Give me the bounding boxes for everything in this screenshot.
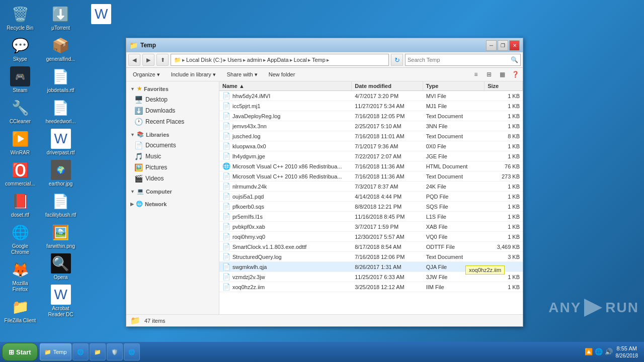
- table-row[interactable]: 📄 xoq0hz2z.iim 3/25/2018 12:12 AM IIM Fi…: [219, 282, 523, 292]
- favorites-header[interactable]: ▼ ★ Favorites: [126, 83, 219, 94]
- file-name-cell[interactable]: 📄 vzmdzj2v.3jw: [219, 272, 352, 282]
- taskbar-app4[interactable]: 🛡️: [107, 343, 123, 360]
- nav-videos[interactable]: 🎬 Videos: [126, 173, 219, 184]
- file-name-cell[interactable]: 📄 pr5emIfs.l1s: [219, 212, 352, 221]
- desktop-icon-heededworld[interactable]: W: [83, 2, 119, 27]
- path-localdisk[interactable]: Local Disk (C:): [186, 57, 222, 63]
- view-toggle-button[interactable]: ⊞: [484, 69, 495, 80]
- desktop-icon-opera[interactable]: 🅾️ commercial...: [2, 158, 38, 189]
- up-button[interactable]: ⬆: [156, 54, 169, 66]
- taskbar-app3[interactable]: 📁: [90, 343, 106, 360]
- desktop-icon-jobdetails[interactable]: W Acrobat Reader DC: [43, 283, 79, 320]
- nav-music[interactable]: 🎵 Music: [126, 151, 219, 162]
- desktop-icon-steam[interactable]: 🎮 Steam: [2, 64, 38, 96]
- desktop-icon-winrar[interactable]: 📦 generalfind...: [43, 33, 79, 64]
- table-row[interactable]: 📄 SmartClock.v1.1.803.exe.odttf 8/17/201…: [219, 242, 523, 252]
- desktop-icon-doset[interactable]: 📄 heededworl...: [43, 96, 79, 127]
- desktop-icon-acrobat[interactable]: 📕 doset.rtf: [2, 189, 38, 220]
- table-row[interactable]: 🌐 Microsoft Visual C++ 2010 x86 Redistri…: [219, 161, 523, 171]
- table-row[interactable]: 📄 pvbkpf0x.xab 3/7/2017 1:59 PM XAB File…: [219, 222, 523, 232]
- table-row[interactable]: 📄 hhw5dy24.iMVI 4/7/2017 3:20 PM MVI Fil…: [219, 91, 523, 101]
- new-folder-button[interactable]: New folder: [264, 69, 300, 79]
- restore-button[interactable]: ❐: [498, 40, 508, 51]
- include-library-button[interactable]: Include in library ▾: [167, 69, 220, 80]
- file-name-cell[interactable]: 📄 jusched.log: [219, 131, 352, 141]
- table-row[interactable]: 📄 icc5pjrt.mj1 11/27/2017 5:34 AM MJ1 Fi…: [219, 101, 523, 111]
- file-name-cell[interactable]: 📄 jemvs43x.3nn: [219, 121, 352, 131]
- file-name-cell[interactable]: 📄 kluopwxa.0x0: [219, 141, 352, 151]
- back-button[interactable]: ◀: [128, 54, 140, 66]
- table-row[interactable]: 📄 Microsoft Visual C++ 2010 x86 Redistri…: [219, 171, 523, 182]
- table-row[interactable]: 📄 lh4ydgvm.jge 7/22/2017 2:07 AM JGE Fil…: [219, 151, 523, 161]
- taskbar-ie-app[interactable]: 🌐: [72, 343, 89, 360]
- file-name-cell[interactable]: 📄 SmartClock.v1.1.803.exe.odttf: [219, 242, 352, 251]
- view-options-button[interactable]: ≡: [470, 69, 481, 80]
- network-tray-icon[interactable]: 🌐: [595, 348, 603, 355]
- taskbar-chrome-app[interactable]: 🌐: [124, 343, 140, 360]
- taskbar-explorer-app[interactable]: 📁 Temp: [40, 343, 71, 360]
- refresh-button[interactable]: ↻: [391, 54, 403, 66]
- table-row[interactable]: 📄 roqi0hmy.vq0 12/30/2017 5:57 AM VQ0 Fi…: [219, 232, 523, 242]
- address-path[interactable]: 📁 ▸ Local Disk (C:) ▸ Users ▸ admin ▸ Ap…: [171, 54, 389, 66]
- file-name-cell[interactable]: 📄 pfkoerb0.sqs: [219, 202, 352, 211]
- table-row[interactable]: 📄 oujsi5a1.pqd 4/14/2018 4:44 PM PQD Fil…: [219, 192, 523, 202]
- file-name-cell[interactable]: 📄 oujsi5a1.pqd: [219, 192, 352, 201]
- file-name-cell[interactable]: 📄 swgmkwlh.qja: [219, 262, 352, 272]
- file-name-cell[interactable]: 📄 JavaDeployReg.log: [219, 111, 352, 121]
- desktop-icon-commercial[interactable]: 📄 jobdetails.rtf: [43, 64, 79, 96]
- details-pane-button[interactable]: ▦: [497, 69, 508, 80]
- file-name-cell[interactable]: 📄 hhw5dy24.iMVI: [219, 91, 352, 101]
- minimize-button[interactable]: ─: [486, 40, 497, 51]
- search-input[interactable]: [408, 57, 511, 63]
- table-row[interactable]: 📄 nlrmumdv.24k 7/3/2017 8:37 AM 24K File…: [219, 182, 523, 192]
- computer-header[interactable]: ▼ 💻 Computer: [126, 186, 219, 197]
- table-row[interactable]: 📄 kluopwxa.0x0 7/1/2017 9:36 AM 0X0 File…: [219, 141, 523, 151]
- column-header-size[interactable]: Size: [485, 81, 523, 90]
- nav-pictures[interactable]: 🖼️ Pictures: [126, 162, 219, 173]
- nav-desktop[interactable]: 🖥️ Desktop: [126, 94, 219, 105]
- close-button[interactable]: ✕: [509, 40, 520, 51]
- start-button[interactable]: ⊞ Start: [2, 343, 38, 361]
- volume-tray-icon[interactable]: 🔊: [605, 348, 613, 355]
- forward-button[interactable]: ▶: [142, 54, 154, 66]
- organize-button[interactable]: Organize ▾: [128, 69, 165, 80]
- path-admin[interactable]: admin: [247, 57, 262, 63]
- table-row[interactable]: 📄 StructuredQuery.log 7/16/2018 12:06 PM…: [219, 252, 523, 262]
- file-name-cell[interactable]: 📄 Microsoft Visual C++ 2010 x86 Redistri…: [219, 171, 352, 181]
- table-row[interactable]: 📄 JavaDeployReg.log 7/16/2018 12:05 PM T…: [219, 111, 523, 121]
- column-header-date[interactable]: Date modified: [352, 81, 423, 90]
- network-header[interactable]: ▶ 🌐 Network: [126, 199, 219, 209]
- help-button[interactable]: ❓: [510, 69, 521, 80]
- share-with-button[interactable]: Share with ▾: [222, 69, 262, 80]
- path-temp[interactable]: Temp: [312, 57, 326, 63]
- desktop-icon-recycle-bin[interactable]: 🗑️ Recycle Bin: [2, 2, 38, 33]
- desktop-icon-skype[interactable]: 💬 Skype: [2, 33, 38, 64]
- path-local[interactable]: Local: [294, 57, 307, 63]
- table-row[interactable]: 📄 jemvs43x.3nn 2/25/2017 5:10 AM 3NN Fil…: [219, 121, 523, 131]
- desktop-icon-farwithin[interactable]: 🖼️ farwithin.png: [43, 220, 79, 251]
- path-users[interactable]: Users: [227, 57, 242, 63]
- search-box[interactable]: 🔍: [405, 54, 521, 66]
- file-name-cell[interactable]: 🌐 Microsoft Visual C++ 2010 x86 Redistri…: [219, 161, 352, 171]
- file-name-cell[interactable]: 📄 icc5pjrt.mj1: [219, 101, 352, 111]
- column-header-type[interactable]: Type: [423, 81, 485, 90]
- nav-downloads[interactable]: ⬇️ Downloads: [126, 105, 219, 116]
- desktop-icon-chrome[interactable]: 🌐 Google Chrome: [2, 220, 38, 257]
- column-header-name[interactable]: Name ▲: [219, 81, 352, 90]
- path-appdata[interactable]: AppData: [267, 57, 289, 63]
- desktop-icon-earth[interactable]: 🌍 earthor.jpg: [43, 158, 79, 189]
- table-row[interactable]: 📄 jusched.log 7/16/2018 11:01 AM Text Do…: [219, 131, 523, 141]
- libraries-header[interactable]: ▼ 📚 Libraries: [126, 129, 219, 140]
- tray-icon-1[interactable]: 🔼: [585, 348, 593, 355]
- table-row[interactable]: 📄 pr5emIfs.l1s 11/16/2018 8:45 PM L1S Fi…: [219, 212, 523, 222]
- file-name-cell[interactable]: 📄 StructuredQuery.log: [219, 252, 352, 261]
- desktop-icon-generalfind[interactable]: 🔍 Opera: [43, 251, 79, 283]
- file-name-cell[interactable]: 📄 pvbkpf0x.xab: [219, 222, 352, 231]
- desktop-icon-facilitybush[interactable]: 📄 facilitybush.rtf: [43, 189, 79, 220]
- file-name-cell[interactable]: 📄 roqi0hmy.vq0: [219, 232, 352, 241]
- desktop-icon-utorrent[interactable]: ⬇️ µTorrent: [43, 2, 79, 33]
- file-name-cell[interactable]: 📄 lh4ydgvm.jge: [219, 151, 352, 161]
- file-name-cell[interactable]: 📄 xoq0hz2z.iim: [219, 282, 352, 292]
- desktop-icon-filezilla[interactable]: 📁 FileZilla Client: [2, 295, 38, 326]
- table-row[interactable]: 📄 pfkoerb0.sqs 8/8/2018 12:21 PM SQS Fil…: [219, 202, 523, 212]
